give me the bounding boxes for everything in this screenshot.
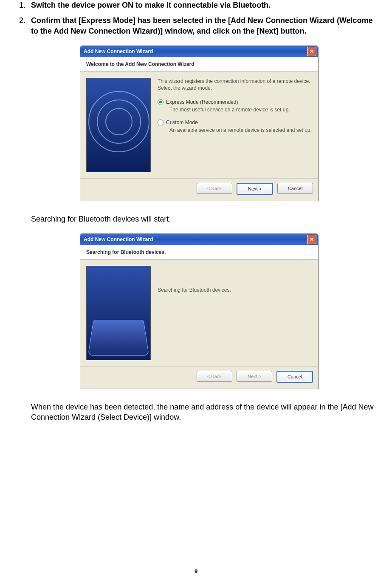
page-number: 9 [0, 568, 392, 574]
wizard-dialog: Add New Connection Wizard ✕ Welcome to t… [80, 46, 319, 201]
radio-subtext: An available service on a remote device … [169, 127, 312, 134]
step-number: 1. [19, 0, 31, 10]
wizard-titlebar: Add New Connection Wizard ✕ [80, 46, 318, 57]
wizard-sidebar-image [86, 266, 151, 360]
radio-icon [158, 119, 164, 125]
wizard-button-row: < Back Next > Cancel [80, 178, 318, 201]
wizard-header: Searching for Bluetooth devices. [80, 245, 318, 260]
wizard-desc-line: This wizard registers the connection inf… [158, 78, 312, 85]
wizard-content: This wizard registers the connection inf… [158, 78, 312, 176]
cancel-button[interactable]: Cancel [277, 183, 313, 194]
cancel-button[interactable]: Cancel [276, 371, 313, 383]
wizard-dialog: Add New Connection Wizard ✕ Searching fo… [80, 233, 319, 389]
step-text: Confirm that [Express Mode] has been sel… [31, 15, 379, 36]
searching-message: Searching for Bluetooth devices. [158, 266, 312, 293]
close-icon[interactable]: ✕ [307, 47, 316, 56]
back-button[interactable]: < Back [197, 183, 232, 194]
back-button: < Back [197, 371, 232, 382]
wizard-titlebar: Add New Connection Wizard ✕ [80, 234, 318, 245]
step-2: 2. Confirm that [Express Mode] has been … [19, 15, 379, 36]
detected-result-text: When the device has been detected, the n… [31, 402, 379, 423]
wizard-screenshot-1: Add New Connection Wizard ✕ Welcome to t… [19, 46, 379, 201]
radio-icon [158, 99, 164, 105]
wizard-sidebar-image [86, 78, 151, 172]
next-button: Next > [237, 371, 272, 382]
step-text: Switch the device power ON to make it co… [31, 0, 379, 10]
wizard-button-row: < Back Next > Cancel [80, 366, 318, 389]
searching-intro-text: Searching for Bluetooth devices will sta… [31, 214, 379, 224]
wizard-content: Searching for Bluetooth devices. [158, 266, 312, 364]
radio-label: Custom Mode [166, 119, 198, 125]
radio-custom-mode[interactable]: Custom Mode [158, 119, 312, 125]
wizard-title: Add New Connection Wizard [84, 48, 153, 54]
close-icon[interactable]: ✕ [307, 235, 316, 244]
radio-label: Express Mode (Recommended) [166, 99, 238, 105]
wizard-title: Add New Connection Wizard [84, 236, 153, 242]
radio-express-mode[interactable]: Express Mode (Recommended) [158, 99, 312, 105]
wizard-header: Welcome to the Add New Connection Wizard [80, 57, 318, 72]
wizard-screenshot-2: Add New Connection Wizard ✕ Searching fo… [19, 233, 379, 389]
wizard-desc-line: Select the wizard mode. [158, 85, 312, 91]
next-button[interactable]: Next > [237, 183, 273, 195]
step-1: 1. Switch the device power ON to make it… [19, 0, 379, 10]
footer-rule [19, 564, 379, 564]
step-number: 2. [19, 15, 31, 36]
wizard-description: This wizard registers the connection inf… [158, 78, 312, 91]
radio-subtext: The most useful service on a remote devi… [169, 107, 312, 114]
